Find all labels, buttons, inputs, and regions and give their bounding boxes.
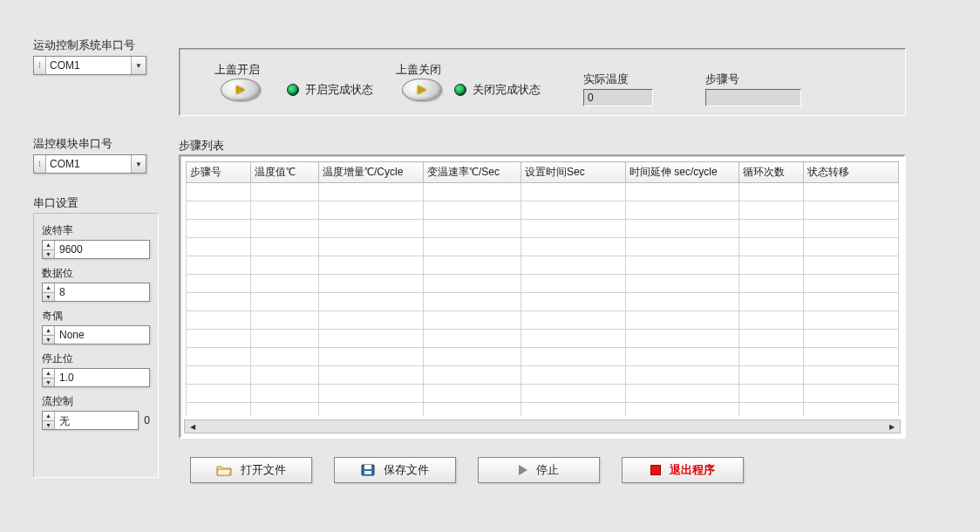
table-cell[interactable] (187, 220, 251, 238)
stopbits-input[interactable]: ▲▼ 1.0 (42, 368, 150, 387)
table-cell[interactable] (804, 293, 899, 311)
table-cell[interactable] (739, 348, 804, 366)
spin-up-icon[interactable]: ▲ (43, 283, 54, 293)
table-cell[interactable] (521, 201, 626, 220)
stop-button[interactable]: 停止 (478, 457, 600, 483)
table-cell[interactable] (319, 275, 424, 293)
table-cell[interactable] (319, 385, 424, 403)
table-cell[interactable] (187, 201, 251, 220)
spin-up-icon[interactable]: ▲ (43, 241, 54, 250)
chevron-down-icon[interactable]: ▼ (132, 155, 146, 173)
table-header[interactable]: 温度值℃ (251, 162, 319, 183)
table-cell[interactable] (739, 220, 804, 238)
table-row[interactable] (187, 275, 899, 293)
table-cell[interactable] (187, 256, 251, 275)
table-cell[interactable] (521, 348, 626, 366)
table-cell[interactable] (521, 293, 626, 311)
table-cell[interactable] (187, 293, 251, 311)
table-cell[interactable] (251, 366, 319, 385)
table-cell[interactable] (626, 293, 739, 311)
table-cell[interactable] (319, 293, 424, 311)
table-cell[interactable] (804, 256, 899, 275)
table-cell[interactable] (424, 403, 521, 417)
table-cell[interactable] (187, 385, 251, 403)
table-row[interactable] (187, 311, 899, 330)
table-header[interactable]: 设置时间Sec (521, 162, 626, 183)
table-cell[interactable] (251, 238, 319, 256)
table-cell[interactable] (187, 348, 251, 366)
table-cell[interactable] (626, 201, 739, 220)
table-cell[interactable] (521, 385, 626, 403)
table-cell[interactable] (319, 183, 424, 201)
table-cell[interactable] (319, 403, 424, 417)
table-cell[interactable] (739, 183, 804, 201)
table-cell[interactable] (424, 275, 521, 293)
table-row[interactable] (187, 403, 899, 417)
table-cell[interactable] (424, 220, 521, 238)
table-cell[interactable] (521, 256, 626, 275)
table-cell[interactable] (739, 366, 804, 385)
table-cell[interactable] (521, 403, 626, 417)
table-cell[interactable] (626, 311, 739, 330)
table-cell[interactable] (739, 330, 804, 348)
table-cell[interactable] (319, 220, 424, 238)
table-header[interactable]: 状态转移 (804, 162, 899, 183)
table-header[interactable]: 温度增量℃/Cycle (319, 162, 424, 183)
table-cell[interactable] (319, 366, 424, 385)
spin-down-icon[interactable]: ▼ (43, 421, 54, 430)
table-cell[interactable] (251, 183, 319, 201)
table-cell[interactable] (521, 238, 626, 256)
table-cell[interactable] (187, 238, 251, 256)
table-cell[interactable] (739, 311, 804, 330)
table-cell[interactable] (521, 275, 626, 293)
table-cell[interactable] (251, 201, 319, 220)
table-cell[interactable] (251, 220, 319, 238)
table-cell[interactable] (626, 256, 739, 275)
table-cell[interactable] (626, 385, 739, 403)
save-file-button[interactable]: 保存文件 (334, 457, 456, 483)
table-cell[interactable] (521, 366, 626, 385)
table-header[interactable]: 时间延伸 sec/cycle (626, 162, 739, 183)
scroll-right-icon[interactable]: ▶ (886, 421, 898, 432)
table-cell[interactable] (804, 366, 899, 385)
table-cell[interactable] (187, 330, 251, 348)
table-cell[interactable] (251, 348, 319, 366)
temp-port-combo[interactable]: ⁞ COM1 ▼ (33, 154, 146, 174)
table-cell[interactable] (424, 256, 521, 275)
table-cell[interactable] (626, 183, 739, 201)
table-cell[interactable] (251, 330, 319, 348)
spin-down-icon[interactable]: ▼ (43, 336, 54, 344)
table-cell[interactable] (424, 183, 521, 201)
table-cell[interactable] (626, 403, 739, 417)
table-cell[interactable] (626, 348, 739, 366)
table-cell[interactable] (521, 330, 626, 348)
table-cell[interactable] (251, 275, 319, 293)
horizontal-scrollbar[interactable]: ◀ ▶ (184, 419, 901, 433)
table-cell[interactable] (804, 275, 899, 293)
table-cell[interactable] (424, 348, 521, 366)
table-cell[interactable] (187, 366, 251, 385)
table-cell[interactable] (626, 330, 739, 348)
table-cell[interactable] (319, 311, 424, 330)
databits-input[interactable]: ▲▼ 8 (42, 283, 150, 302)
table-row[interactable] (187, 220, 899, 238)
table-cell[interactable] (187, 183, 251, 201)
table-row[interactable] (187, 348, 899, 366)
table-cell[interactable] (804, 238, 899, 256)
table-cell[interactable] (521, 220, 626, 238)
table-cell[interactable] (251, 403, 319, 417)
table-cell[interactable] (424, 385, 521, 403)
table-row[interactable] (187, 330, 899, 348)
table-cell[interactable] (626, 275, 739, 293)
parity-input[interactable]: ▲▼ None (42, 325, 150, 344)
table-cell[interactable] (251, 385, 319, 403)
table-cell[interactable] (804, 220, 899, 238)
spin-down-icon[interactable]: ▼ (43, 379, 54, 387)
table-cell[interactable] (804, 183, 899, 201)
table-cell[interactable] (804, 385, 899, 403)
cover-open-button[interactable] (221, 78, 261, 101)
open-file-button[interactable]: 打开文件 (190, 457, 312, 483)
table-cell[interactable] (319, 348, 424, 366)
table-cell[interactable] (251, 293, 319, 311)
table-cell[interactable] (521, 183, 626, 201)
